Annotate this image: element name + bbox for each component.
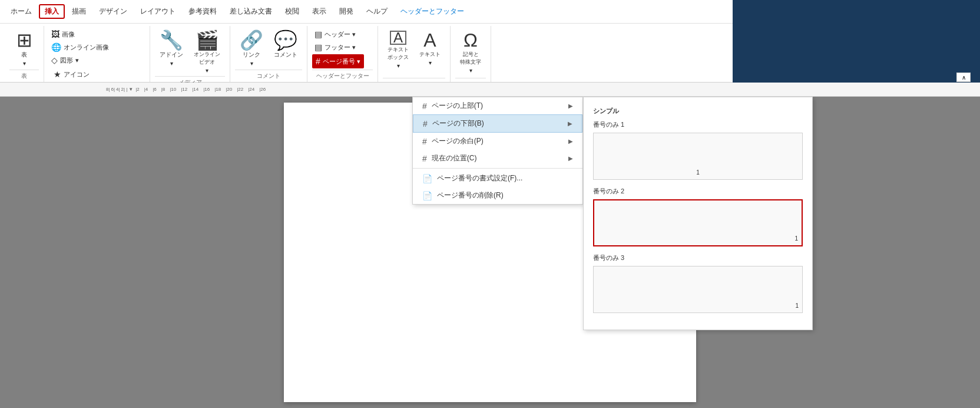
ribbon-group-media-content: 🔧 アドイン ▾ 🎬 オンラインビデオ ▾ bbox=[155, 26, 225, 76]
ribbon-btn-link[interactable]: 🔗 リンク ▾ bbox=[235, 28, 268, 69]
ribbon-btn-video[interactable]: 🎬 オンラインビデオ ▾ bbox=[189, 28, 225, 76]
online-image-icon: 🌐 bbox=[51, 42, 61, 52]
flyout-preview-3: 1 bbox=[593, 266, 803, 313]
flyout-preview-2: 1 bbox=[593, 199, 803, 246]
ribbon-group-text: A テキストボックス ▾ A テキスト ▾ bbox=[378, 26, 451, 82]
ribbon-group-hf-content: ▤ ヘッダー ▾ ▤ フッター ▾ # ページ番号 ▾ bbox=[312, 26, 364, 70]
ruler-mark: 4| bbox=[116, 87, 120, 92]
page-number-dropdown: # ページの上部(T) ▶ # ページの下部(B) ▶ # ページの余白(P) … bbox=[412, 97, 583, 205]
ribbon-collapse-button[interactable]: ∧ bbox=[956, 73, 971, 82]
shape-label: 図形 bbox=[60, 56, 73, 65]
table-dropdown-icon: ▾ bbox=[23, 60, 26, 67]
page-num-1: 1 bbox=[696, 169, 700, 176]
menu-references[interactable]: 参考資料 bbox=[183, 4, 223, 19]
ribbon-btn-pagenum[interactable]: # ページ番号 ▾ bbox=[312, 54, 364, 68]
text-arrow: ▾ bbox=[429, 60, 432, 66]
table-label: 表 bbox=[21, 51, 27, 59]
page-num-2: 1 bbox=[794, 235, 798, 242]
menu-mailings[interactable]: 差し込み文書 bbox=[224, 4, 278, 19]
ribbon-btn-addin[interactable]: 🔧 アドイン ▾ bbox=[155, 28, 188, 69]
text-icon: A bbox=[423, 31, 436, 50]
pagenum-icon: # bbox=[316, 57, 320, 66]
ribbon-group-text-content: A テキストボックス ▾ A テキスト ▾ bbox=[383, 26, 445, 78]
ribbon-btn-textbox[interactable]: A テキストボックス ▾ bbox=[383, 28, 413, 71]
ribbon-btn-header[interactable]: ▤ ヘッダー ▾ bbox=[312, 28, 358, 40]
addin-arrow: ▾ bbox=[170, 60, 173, 67]
ruler-mark: ▼ bbox=[128, 87, 133, 92]
ruler-mark: |8 bbox=[161, 87, 165, 92]
ruler: 8| 6| 4| 2| | ▼ |2 |4 |6 |8 |10 |12 |14 … bbox=[0, 83, 980, 97]
dropdown-item-bottom[interactable]: # ページの下部(B) ▶ bbox=[413, 114, 582, 133]
flyout-item-2[interactable]: 番号のみ 2 1 bbox=[593, 187, 803, 246]
ribbon-btn-footer[interactable]: ▤ フッター ▾ bbox=[312, 41, 358, 53]
ribbon-btn-table[interactable]: ⊞ 表 ▾ bbox=[9, 28, 39, 69]
menu-review[interactable]: 校閲 bbox=[279, 4, 305, 19]
ruler-mark: |12 bbox=[181, 87, 187, 92]
video-label: オンラインビデオ bbox=[194, 51, 220, 66]
ribbon-group-illus-content: 🖼 画像 🌐 オンライン画像 ◇ 図形 ▾ bbox=[49, 26, 111, 66]
flyout-item-3-title: 番号のみ 3 bbox=[593, 254, 803, 262]
ribbon-group-hf-label: ヘッダーとフッター bbox=[312, 70, 373, 82]
ribbon-btn-comment[interactable]: 💬 コメント bbox=[269, 28, 302, 61]
video-icon: 🎬 bbox=[196, 31, 219, 50]
flyout-preview-1: 1 bbox=[593, 133, 803, 180]
menu-developer[interactable]: 開発 bbox=[333, 4, 359, 19]
menu-insert[interactable]: 挿入 bbox=[39, 4, 65, 19]
arrow-icon-margin: ▶ bbox=[568, 138, 573, 144]
menu-design[interactable]: デザイン bbox=[93, 4, 133, 19]
dropdown-item-current[interactable]: # 現在の位置(C) ▶ bbox=[413, 150, 582, 167]
arrow-icon-bottom: ▶ bbox=[568, 120, 572, 127]
ruler-marks: 8| 6| 4| 2| | ▼ |2 |4 |6 |8 |10 |12 |14 … bbox=[0, 87, 980, 92]
ruler-mark: |2 bbox=[135, 87, 140, 92]
dropdown-item-remove-label: ページ番号の削除(R) bbox=[437, 190, 504, 200]
menu-help[interactable]: ヘルプ bbox=[360, 4, 393, 19]
textbox-label: テキストボックス bbox=[388, 46, 409, 61]
ribbon-btn-image[interactable]: 🖼 画像 bbox=[49, 28, 77, 40]
dropdown-item-top-label: ページの上部(T) bbox=[432, 101, 483, 111]
flyout-item-1[interactable]: 番号のみ 1 1 bbox=[593, 120, 803, 180]
ribbon-btn-online-image[interactable]: 🌐 オンライン画像 bbox=[49, 41, 111, 53]
menu-home[interactable]: ホーム bbox=[5, 4, 38, 19]
ribbon-group-links-content: 🔗 リンク ▾ 💬 コメント bbox=[235, 26, 302, 70]
ribbon-group-media: 🔧 アドイン ▾ 🎬 オンラインビデオ ▾ メディア bbox=[150, 26, 230, 82]
ribbon-group-links: 🔗 リンク ▾ 💬 コメント コメント bbox=[230, 26, 307, 82]
ribbon-container: ホーム 挿入 描画 デザイン レイアウト 参考資料 差し込み文書 校閲 表示 開… bbox=[0, 0, 980, 97]
icon-icon: ★ bbox=[54, 70, 61, 79]
dropdown-item-format[interactable]: 📄 ページ番号の書式設定(F)... bbox=[413, 170, 582, 187]
table-icon: ⊞ bbox=[16, 31, 32, 50]
ribbon-btn-icon[interactable]: ★ アイコン bbox=[51, 68, 104, 80]
flyout-item-3[interactable]: 番号のみ 3 1 bbox=[593, 254, 803, 313]
online-image-label: オンライン画像 bbox=[64, 43, 109, 52]
header-icon: ▤ bbox=[314, 29, 322, 39]
page-margin-icon: # bbox=[422, 137, 427, 146]
menu-header-footer[interactable]: ヘッダーとフッター bbox=[395, 4, 470, 19]
icon-label: アイコン bbox=[64, 70, 90, 79]
menu-view[interactable]: 表示 bbox=[306, 4, 332, 19]
ribbon-btn-text[interactable]: A テキスト ▾ bbox=[415, 28, 445, 68]
ribbon-group-symbols: Ω 記号と特殊文字 ▾ bbox=[451, 26, 491, 82]
ribbon-group-sym-label bbox=[455, 78, 486, 82]
ruler-mark: 8| bbox=[106, 87, 110, 92]
footer-icon: ▤ bbox=[314, 42, 322, 52]
ruler-mark: |26 bbox=[259, 87, 266, 92]
ribbon-btn-symbols[interactable]: Ω 記号と特殊文字 ▾ bbox=[455, 28, 486, 76]
menu-layout[interactable]: レイアウト bbox=[134, 4, 181, 19]
dropdown-item-margin[interactable]: # ページの余白(P) ▶ bbox=[413, 133, 582, 150]
arrow-icon-current: ▶ bbox=[568, 155, 573, 162]
dropdown-item-top[interactable]: # ページの上部(T) ▶ bbox=[413, 97, 582, 114]
ribbon-btn-shape[interactable]: ◇ 図形 ▾ bbox=[49, 54, 81, 66]
shape-arrow: ▾ bbox=[75, 57, 79, 64]
video-arrow: ▾ bbox=[206, 67, 208, 74]
ribbon-group-table-content: ⊞ 表 ▾ bbox=[9, 26, 39, 70]
dropdown-item-margin-label: ページの余白(P) bbox=[432, 136, 484, 146]
ruler-mark: |4 bbox=[144, 87, 148, 92]
ruler-mark: 6| bbox=[111, 87, 115, 92]
symbols-label: 記号と特殊文字 bbox=[460, 51, 481, 66]
textbox-arrow: ▾ bbox=[397, 62, 400, 69]
ruler-mark: |24 bbox=[248, 87, 254, 92]
dropdown-item-remove[interactable]: 📄 ページ番号の削除(R) bbox=[413, 187, 582, 204]
ribbon-group-header-footer: ▤ ヘッダー ▾ ▤ フッター ▾ # ページ番号 ▾ ヘッダーとフッター bbox=[307, 26, 378, 82]
ribbon-group-links-label: コメント bbox=[235, 70, 302, 82]
menu-draw[interactable]: 描画 bbox=[66, 4, 92, 19]
header-label: ヘッダー ▾ bbox=[325, 30, 356, 39]
